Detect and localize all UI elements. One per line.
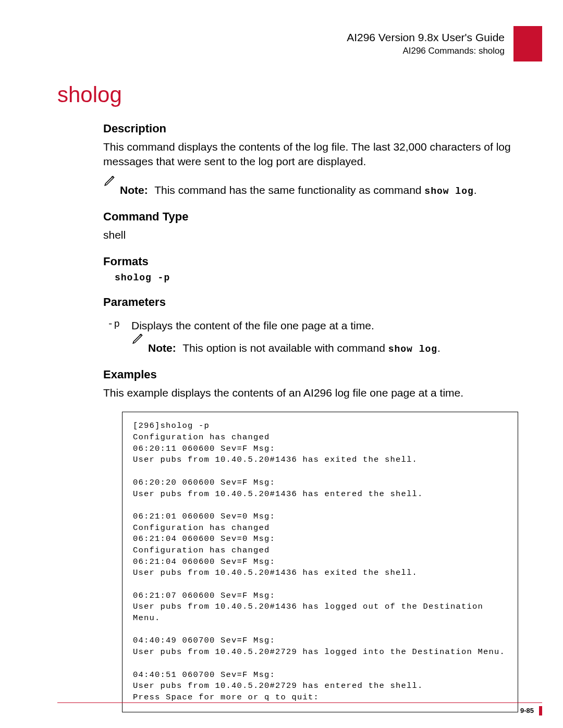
note-text: This command has the same functionality … — [154, 184, 424, 196]
formats-value: sholog -p — [115, 273, 511, 283]
note-tail: . — [474, 184, 477, 196]
examples-intro: This example displays the contents of an… — [103, 386, 511, 400]
param-note-text: This option is not available with comman… — [182, 342, 388, 354]
pencil-icon — [131, 331, 145, 345]
description-note: Note: This command has the same function… — [103, 183, 511, 198]
doc-title: AI296 Version 9.8x User's Guide — [57, 31, 505, 44]
parameter-note: Note: This option is not available with … — [131, 341, 511, 355]
content-body: Description This command displays the co… — [103, 122, 511, 712]
param-note-cmd: show log — [388, 344, 437, 354]
command-type-heading: Command Type — [103, 210, 511, 224]
examples-heading: Examples — [103, 368, 511, 381]
description-text: This command displays the contents of th… — [103, 140, 511, 169]
page-container: AI296 Version 9.8x User's Guide AI296 Co… — [0, 0, 563, 728]
parameter-desc-block: Displays the content of the file one pag… — [131, 318, 511, 355]
command-title: sholog — [57, 82, 511, 107]
param-note-tail: . — [437, 342, 440, 354]
description-heading: Description — [103, 122, 511, 135]
param-note-label: Note: — [148, 342, 176, 354]
note-cmd: show log — [424, 186, 473, 196]
parameters-heading: Parameters — [103, 295, 511, 309]
formats-heading: Formats — [103, 255, 511, 268]
command-type-value: shell — [103, 228, 511, 242]
footer-rule — [57, 702, 542, 703]
pencil-icon — [103, 174, 117, 187]
page-header: AI296 Version 9.8x User's Guide AI296 Co… — [57, 31, 511, 56]
doc-breadcrumb: AI296 Commands: sholog — [57, 46, 505, 56]
parameter-row: -p Displays the content of the file one … — [107, 318, 511, 355]
note-label: Note: — [120, 184, 148, 196]
page-number: 9-85 — [520, 707, 534, 714]
example-output: [296]sholog -p Configuration has changed… — [122, 412, 518, 712]
parameter-flag: -p — [107, 318, 123, 355]
parameter-desc: Displays the content of the file one pag… — [131, 318, 511, 333]
footer-accent-tick — [539, 706, 542, 715]
